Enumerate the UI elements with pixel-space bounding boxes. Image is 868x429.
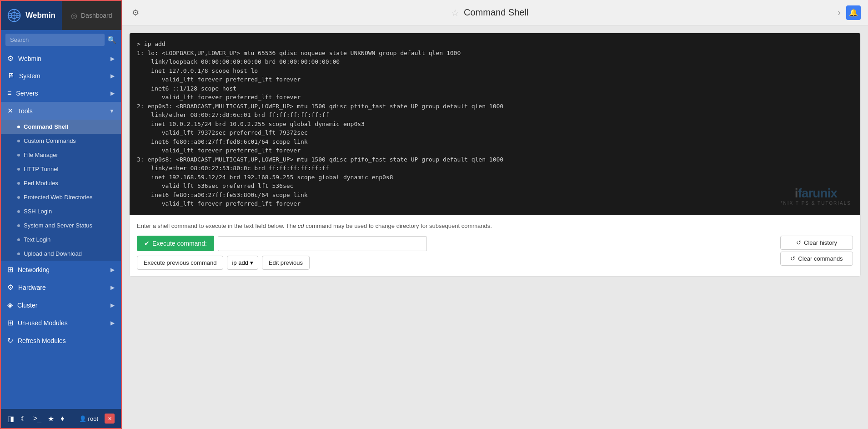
chevron-right-icon: ▶ <box>110 284 115 291</box>
check-icon: ✔ <box>144 240 150 247</box>
webmin-header[interactable]: Webmin <box>1 1 62 30</box>
dropdown-arrow-icon: ▾ <box>250 259 253 266</box>
networking-nav-icon: ⊞ <box>7 265 13 274</box>
sidebar-item-hardware[interactable]: ⚙ Hardware ▶ <box>1 278 121 296</box>
sidebar-item-label: Tools <box>18 107 105 115</box>
chevron-right-icon: ▶ <box>110 73 115 79</box>
sidebar-item-http-tunnel[interactable]: HTTP Tunnel <box>1 162 121 176</box>
footer-username: root <box>88 415 98 422</box>
sidebar-item-refresh-modules[interactable]: ↻ Refresh Modules <box>1 332 121 349</box>
sidebar-item-label: Networking <box>18 266 106 273</box>
footer-icon-terminal[interactable]: >_ <box>33 414 41 423</box>
settings-button[interactable]: ⚙ <box>129 5 142 20</box>
previous-command-dropdown[interactable]: ip add ▾ <box>227 256 258 270</box>
sidebar-item-perl-modules[interactable]: Perl Modules <box>1 176 121 190</box>
tools-nav-icon: ✕ <box>7 106 13 115</box>
command-shell-panel: > ip add 1: lo: <LOOPBACK,UP,LOWER_UP> m… <box>129 33 861 277</box>
execute-btn-label: Execute command: <box>152 240 207 247</box>
sidebar-item-custom-commands[interactable]: Custom Commands <box>1 134 121 148</box>
sidebar: Webmin ◎ Dashboard 🔍 ⚙ Webmin ▶ 🖥 System… <box>0 0 122 429</box>
clear-history-icon: ↺ <box>796 239 801 246</box>
search-bar: 🔍 <box>1 30 121 50</box>
edit-previous-button[interactable]: Edit previous <box>262 256 310 270</box>
terminal-text: > ip add 1: lo: <LOOPBACK,UP,LOWER_UP> m… <box>137 40 853 208</box>
sidebar-item-protected-web[interactable]: Protected Web Directories <box>1 190 121 204</box>
sidebar-item-text-login[interactable]: Text Login <box>1 232 121 247</box>
webmin-nav-icon: ⚙ <box>7 54 14 63</box>
content-area: > ip add 1: lo: <LOOPBACK,UP,LOWER_UP> m… <box>122 25 868 429</box>
refresh-nav-icon: ↻ <box>7 336 13 345</box>
header-tabs: Webmin ◎ Dashboard <box>1 1 121 30</box>
sidebar-item-file-manager[interactable]: File Manager <box>1 148 121 162</box>
desc-after: command may be used to change directory … <box>304 222 492 229</box>
sidebar-item-command-shell[interactable]: Command Shell <box>1 120 121 134</box>
sidebar-item-label: System and Server Status <box>24 222 92 229</box>
tools-submenu: Command Shell Custom Commands File Manag… <box>1 120 121 261</box>
bullet-icon <box>17 196 20 199</box>
chevron-right-icon: ▶ <box>110 56 115 62</box>
clear-commands-icon: ↺ <box>790 255 795 262</box>
dashboard-icon: ◎ <box>71 11 77 20</box>
bullet-icon <box>17 224 20 227</box>
close-button[interactable]: › <box>838 7 841 18</box>
sidebar-item-label: Cluster <box>17 302 106 309</box>
user-icon: 👤 <box>79 415 86 422</box>
servers-nav-icon: ≡ <box>7 89 11 97</box>
footer-icon-diamond[interactable]: ♦ <box>60 414 64 423</box>
clear-commands-label: Clear commands <box>798 255 843 262</box>
sidebar-item-upload-download[interactable]: Upload and Download <box>1 247 121 261</box>
sidebar-item-label: Hardware <box>18 284 106 291</box>
sidebar-item-ssh-login[interactable]: SSH Login <box>1 204 121 218</box>
sidebar-item-servers[interactable]: ≡ Servers ▶ <box>1 85 121 102</box>
desc-cmd: cd <box>298 222 304 229</box>
footer-alert-icon[interactable]: ✕ <box>105 414 115 424</box>
sidebar-item-label: Refresh Modules <box>18 337 115 344</box>
terminal-output: > ip add 1: lo: <LOOPBACK,UP,LOWER_UP> m… <box>130 33 860 215</box>
bullet-icon <box>17 126 20 128</box>
sidebar-item-webmin[interactable]: ⚙ Webmin ▶ <box>1 50 121 67</box>
sidebar-item-unused-modules[interactable]: ⊞ Un-used Modules ▶ <box>1 314 121 332</box>
bullet-icon <box>17 168 20 171</box>
search-icon[interactable]: 🔍 <box>107 35 116 44</box>
footer-icon-star[interactable]: ★ <box>48 414 54 423</box>
sidebar-item-cluster[interactable]: ◈ Cluster ▶ <box>1 296 121 314</box>
sidebar-item-label: Text Login <box>24 236 50 243</box>
search-input[interactable] <box>5 34 105 46</box>
command-controls: Enter a shell command to execute in the … <box>130 215 860 277</box>
sidebar-item-system[interactable]: 🖥 System ▶ <box>1 67 121 85</box>
favorite-icon[interactable]: ☆ <box>451 7 459 18</box>
page-title-area: ☆ Command Shell <box>147 7 832 18</box>
nav-list: ⚙ Webmin ▶ 🖥 System ▶ ≡ Servers ▶ ✕ Tool… <box>1 50 121 409</box>
execute-command-button[interactable]: ✔ Execute command: <box>137 236 214 251</box>
chevron-right-icon: ▶ <box>110 320 115 326</box>
dashboard-tab[interactable]: ◎ Dashboard <box>62 1 121 30</box>
bullet-icon <box>17 140 20 142</box>
sidebar-item-networking[interactable]: ⊞ Networking ▶ <box>1 261 121 278</box>
page-title: Command Shell <box>464 7 528 18</box>
command-input[interactable] <box>218 236 427 251</box>
sidebar-item-label: Upload and Download <box>24 250 82 257</box>
sidebar-item-label: Protected Web Directories <box>24 194 93 201</box>
unused-nav-icon: ⊞ <box>7 318 13 327</box>
chevron-right-icon: ▶ <box>110 90 115 96</box>
sidebar-item-tools[interactable]: ✕ Tools ▼ <box>1 102 121 120</box>
bullet-icon <box>17 154 20 156</box>
cluster-nav-icon: ◈ <box>7 301 13 309</box>
bullet-icon <box>17 182 20 185</box>
clear-history-button[interactable]: ↺ Clear history <box>780 236 853 250</box>
sidebar-item-label: SSH Login <box>24 208 52 215</box>
footer-icon-panel[interactable]: ◨ <box>7 414 14 423</box>
sidebar-item-label: HTTP Tunnel <box>24 166 58 172</box>
prev-row: Execute previous command ip add ▾ Edit p… <box>137 256 777 270</box>
sidebar-item-label: Un-used Modules <box>18 319 106 327</box>
prev-command-value: ip add <box>232 259 248 266</box>
footer-icon-moon[interactable]: ☾ <box>20 414 27 423</box>
execute-previous-button[interactable]: Execute previous command <box>137 256 223 270</box>
clear-commands-button[interactable]: ↺ Clear commands <box>780 252 853 266</box>
sidebar-item-label: Webmin <box>18 55 106 62</box>
top-bar: ⚙ ☆ Command Shell › 🔔 <box>122 0 868 25</box>
dashboard-label: Dashboard <box>81 12 112 19</box>
sidebar-item-system-status[interactable]: System and Server Status <box>1 218 121 232</box>
description-text: Enter a shell command to execute in the … <box>137 222 853 231</box>
notification-badge[interactable]: 🔔 <box>846 5 861 20</box>
